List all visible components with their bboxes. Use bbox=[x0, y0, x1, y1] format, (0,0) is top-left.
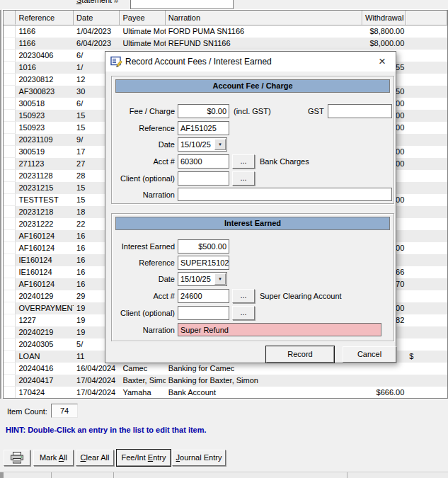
interest-narration-label: Narration bbox=[107, 323, 175, 337]
column-header-withdrawal[interactable]: Withdrawal bbox=[362, 11, 407, 25]
column-header-payee[interactable]: Payee bbox=[120, 11, 165, 25]
fee-int-entry-button[interactable]: Fee/Int Entry bbox=[117, 450, 171, 466]
cell-deposit bbox=[406, 158, 447, 170]
cell-deposit bbox=[406, 278, 447, 290]
row-selector-cell[interactable] bbox=[4, 194, 16, 206]
row-selector-cell[interactable] bbox=[4, 338, 16, 351]
cell-deposit bbox=[406, 146, 447, 158]
table-row[interactable]: 20240417 17/04/2024 Baxter, Simon Bankin… bbox=[4, 375, 447, 387]
record-fees-dialog: Record Account Fees / Interest Earned × … bbox=[105, 51, 396, 363]
cell-reference: AF160124 bbox=[16, 242, 74, 254]
cell-withdrawal bbox=[362, 363, 407, 375]
interest-earned-input[interactable]: $500.00 bbox=[178, 239, 229, 254]
mark-all-button[interactable]: Mark All bbox=[33, 450, 74, 466]
interest-date-combo[interactable]: 15/10/25 ▼ bbox=[178, 272, 227, 286]
row-selector-cell[interactable] bbox=[4, 314, 16, 326]
row-selector-cell[interactable] bbox=[4, 182, 16, 194]
row-selector-cell[interactable] bbox=[4, 25, 16, 38]
interest-date-label: Date bbox=[107, 272, 175, 286]
fee-reference-input[interactable]: AF151025 bbox=[178, 121, 229, 135]
row-selector-cell[interactable] bbox=[4, 326, 16, 338]
cell-reference: 20230406 bbox=[16, 50, 74, 62]
row-selector-cell[interactable] bbox=[4, 302, 16, 314]
column-header-selector[interactable] bbox=[4, 11, 16, 25]
row-selector-cell[interactable] bbox=[4, 230, 16, 242]
fee-reference-label: Reference bbox=[107, 121, 175, 135]
table-row[interactable]: 170424 17/04/2024 Yamaha Bank Account $6… bbox=[4, 387, 447, 399]
incl-gst-label: (incl. GST) bbox=[234, 104, 271, 118]
row-selector-cell[interactable] bbox=[4, 351, 16, 363]
row-selector-cell[interactable] bbox=[4, 74, 16, 86]
cell-reference: 20240305 bbox=[16, 338, 74, 351]
clear-all-button[interactable]: Clear All bbox=[76, 450, 114, 466]
fee-client-input[interactable] bbox=[178, 171, 229, 186]
row-selector-cell[interactable] bbox=[4, 86, 16, 98]
column-header-date[interactable]: Date bbox=[74, 11, 120, 25]
fee-client-label: Client (optional) bbox=[107, 171, 175, 186]
row-selector-cell[interactable] bbox=[4, 242, 16, 254]
cell-reference: IE160124 bbox=[16, 254, 74, 266]
fee-date-combo[interactable]: 15/10/25 ▼ bbox=[178, 137, 227, 152]
row-selector-cell[interactable] bbox=[4, 375, 16, 387]
cancel-button[interactable]: Cancel bbox=[343, 346, 396, 363]
row-selector-cell[interactable] bbox=[4, 62, 16, 74]
interest-reference-input[interactable]: SUPER15102 bbox=[178, 256, 229, 270]
cell-deposit bbox=[406, 38, 447, 50]
interest-narration-input[interactable]: Super Refund bbox=[178, 323, 381, 336]
cell-narration: Banking for Camec bbox=[166, 363, 362, 375]
column-header-narration[interactable]: Narration bbox=[166, 11, 362, 25]
row-selector-cell[interactable] bbox=[4, 254, 16, 266]
account-fee-header: Account Fee / Charge bbox=[115, 79, 390, 93]
chevron-down-icon[interactable]: ▼ bbox=[214, 273, 226, 285]
row-selector-cell[interactable] bbox=[4, 266, 16, 278]
gst-label: GST bbox=[308, 104, 324, 118]
row-selector-cell[interactable] bbox=[4, 206, 16, 218]
cell-reference: TESTTEST bbox=[16, 194, 74, 206]
close-icon[interactable]: × bbox=[373, 53, 391, 70]
cell-reference: 300519 bbox=[16, 146, 74, 158]
row-selector-cell[interactable] bbox=[4, 122, 16, 134]
dialog-titlebar[interactable]: Record Account Fees / Interest Earned × bbox=[105, 52, 396, 72]
interest-acct-input[interactable]: 24600 bbox=[178, 289, 229, 303]
cell-deposit bbox=[406, 230, 447, 242]
cell-reference: 300518 bbox=[16, 98, 74, 110]
fee-client-lookup-button[interactable]: ... bbox=[232, 171, 255, 186]
journal-entry-button[interactable]: Journal Entry bbox=[172, 450, 226, 466]
table-row[interactable]: 20240416 16/04/2024 Camec Banking for Ca… bbox=[4, 363, 447, 375]
row-selector-cell[interactable] bbox=[4, 218, 16, 230]
fee-acct-input[interactable]: 60300 bbox=[178, 154, 229, 169]
chevron-down-icon[interactable]: ▼ bbox=[214, 139, 226, 150]
cell-payee: Baxter, Simon bbox=[120, 375, 165, 387]
record-button[interactable]: Record bbox=[266, 346, 334, 363]
row-selector-cell[interactable] bbox=[4, 363, 16, 375]
table-row[interactable]: 1166 6/04/2023 Ultimate Mot... REFUND SN… bbox=[4, 38, 447, 50]
row-selector-cell[interactable] bbox=[4, 38, 16, 50]
row-selector-cell[interactable] bbox=[4, 98, 16, 110]
cell-reference: 1227 bbox=[16, 314, 74, 326]
row-selector-cell[interactable] bbox=[4, 50, 16, 62]
row-selector-cell[interactable] bbox=[4, 158, 16, 170]
print-button[interactable] bbox=[4, 450, 30, 466]
interest-reference-label: Reference bbox=[107, 256, 175, 270]
row-selector-cell[interactable] bbox=[4, 290, 16, 302]
cell-narration: REFUND SN1166 bbox=[166, 38, 362, 50]
fee-narration-input[interactable] bbox=[178, 188, 392, 201]
row-selector-cell[interactable] bbox=[4, 278, 16, 290]
row-selector-cell[interactable] bbox=[4, 387, 16, 399]
row-selector-cell[interactable] bbox=[4, 170, 16, 182]
cell-reference: AF160124 bbox=[16, 230, 74, 242]
fee-acct-lookup-button[interactable]: ... bbox=[232, 154, 255, 169]
cell-reference: 1016 bbox=[16, 62, 74, 74]
column-header-reference[interactable]: Reference bbox=[16, 11, 74, 25]
interest-client-input[interactable] bbox=[178, 306, 229, 320]
row-selector-cell[interactable] bbox=[4, 146, 16, 158]
row-selector-cell[interactable] bbox=[4, 134, 16, 146]
statement-number-input[interactable] bbox=[130, 0, 234, 9]
interest-client-lookup-button[interactable]: ... bbox=[232, 306, 255, 320]
fee-charge-input[interactable]: $0.00 bbox=[178, 104, 229, 118]
gst-input[interactable] bbox=[328, 104, 392, 118]
row-selector-cell[interactable] bbox=[4, 110, 16, 122]
table-row[interactable]: 1166 1/04/2023 Ultimate Mot... FORD PUMA… bbox=[4, 25, 447, 38]
interest-acct-lookup-button[interactable]: ... bbox=[232, 289, 255, 303]
column-header-deposit[interactable] bbox=[406, 11, 447, 25]
